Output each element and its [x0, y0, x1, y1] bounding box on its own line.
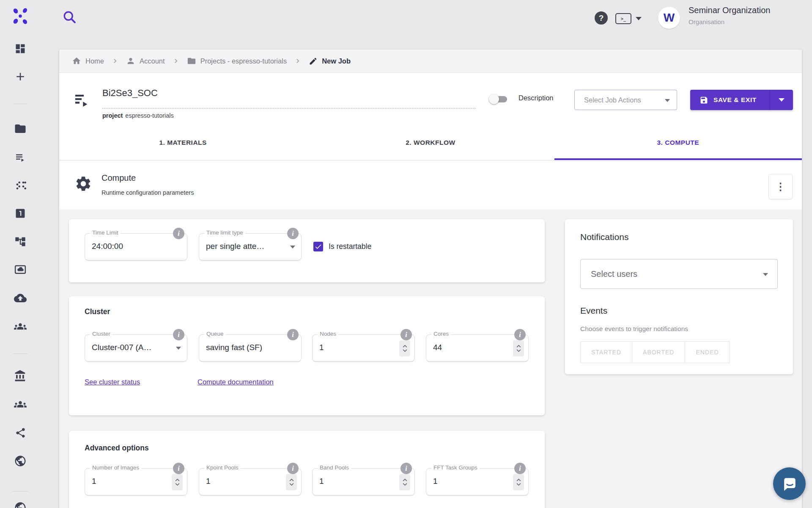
home-icon: [72, 56, 81, 66]
tab-workflow[interactable]: 2. WORKFLOW: [307, 125, 554, 160]
search-icon[interactable]: [62, 9, 79, 26]
description-toggle[interactable]: [489, 94, 508, 105]
globe-icon[interactable]: [13, 453, 28, 469]
cluster-status-link[interactable]: See cluster status: [85, 378, 140, 386]
is-restartable-label: Is restartable: [329, 242, 371, 251]
chevron-up-icon: [403, 478, 407, 481]
person-icon: [126, 56, 135, 66]
title-divider: [102, 108, 475, 109]
cloud-upload-icon[interactable]: [13, 290, 28, 306]
gear-icon: [74, 175, 92, 194]
playlist-play-icon[interactable]: [13, 150, 28, 165]
folder-icon: [187, 56, 196, 66]
stepper-buttons[interactable]: [513, 340, 524, 356]
add-icon[interactable]: [13, 69, 28, 84]
time-limit-type-select[interactable]: Time limit type per single atte…: [199, 233, 302, 260]
active-tab-underline: [554, 158, 802, 160]
tab-compute[interactable]: 3. COMPUTE: [554, 125, 802, 160]
cluster-select[interactable]: Cluster Cluster-007 (A…: [85, 334, 187, 362]
chevron-down-icon: [516, 483, 521, 486]
dashboard-icon[interactable]: [13, 41, 28, 56]
groups-icon[interactable]: [13, 319, 28, 334]
field-value: per single atte…: [206, 242, 264, 251]
info-icon[interactable]: [173, 228, 184, 239]
sidebar-divider: [13, 104, 28, 104]
save-dropdown-caret[interactable]: [770, 90, 793, 110]
stepper-buttons[interactable]: [172, 474, 183, 490]
chevron-up-icon: [403, 345, 407, 348]
info-icon[interactable]: [287, 463, 299, 474]
nodes-stepper[interactable]: Nodes 1: [312, 334, 415, 362]
is-restartable-checkbox[interactable]: [313, 242, 323, 251]
groups-icon[interactable]: [13, 397, 28, 412]
globe-icon[interactable]: [13, 500, 28, 508]
info-icon[interactable]: [401, 463, 412, 474]
chevron-up-icon: [175, 478, 180, 481]
chevron-down-icon: [289, 483, 294, 486]
field-value: 44: [433, 343, 442, 352]
info-icon[interactable]: [514, 463, 526, 474]
queue-field[interactable]: Queue saving fast (SF): [199, 334, 302, 362]
event-started-button[interactable]: STARTED: [580, 341, 632, 363]
chevron-down-icon: [763, 273, 768, 276]
tab-materials[interactable]: 1. MATERIALS: [59, 125, 307, 160]
job-title[interactable]: Bi2Se3_SOC: [102, 88, 158, 99]
playlist-play-icon[interactable]: [73, 92, 90, 110]
looks-one-icon[interactable]: [13, 206, 28, 221]
check-icon: [314, 243, 322, 251]
stepper-buttons[interactable]: [286, 474, 297, 490]
stepper-buttons[interactable]: [513, 474, 524, 490]
project-line: projectespresso-tutorials: [102, 112, 174, 119]
org-name[interactable]: Seminar Organization: [689, 6, 770, 15]
info-icon[interactable]: [514, 329, 526, 340]
wallpaper-cloud-icon[interactable]: [13, 262, 28, 277]
avatar-letter: W: [664, 11, 675, 25]
help-icon[interactable]: [595, 11, 608, 25]
breadcrumb-account[interactable]: Account: [126, 56, 165, 66]
number-of-images-stepper[interactable]: Number of Images 1: [85, 468, 187, 495]
field-label: Time Limit: [90, 229, 121, 236]
event-ended-button[interactable]: ENDED: [685, 341, 730, 363]
folder-icon[interactable]: [13, 121, 28, 136]
save-exit-label: SAVE & EXIT: [713, 96, 757, 104]
info-icon[interactable]: [287, 329, 299, 340]
save-exit-button[interactable]: SAVE & EXIT: [690, 90, 793, 110]
fft-task-groups-stepper[interactable]: FFT Task Groups 1: [426, 468, 529, 495]
kebab-menu-button[interactable]: [768, 174, 793, 199]
info-icon[interactable]: [287, 228, 299, 239]
account-tree-icon[interactable]: [13, 234, 28, 249]
cores-stepper[interactable]: Cores 44: [426, 334, 529, 362]
breadcrumb-project[interactable]: Projects - espresso-tutorials: [187, 56, 287, 66]
mat3ra-logo: [11, 7, 30, 25]
avatar[interactable]: W: [658, 7, 680, 29]
share-icon[interactable]: [13, 425, 28, 440]
info-icon[interactable]: [173, 463, 184, 474]
chevron-down-icon: [636, 17, 642, 20]
chat-bubble-button[interactable]: [773, 467, 806, 500]
advanced-options-card: Advanced options Number of Images 1 Kpoi…: [69, 431, 545, 508]
project-value: espresso-tutorials: [125, 112, 173, 119]
bank-icon[interactable]: [13, 368, 28, 384]
terminal-icon: [615, 13, 631, 24]
stepper-buttons[interactable]: [399, 340, 410, 356]
time-limit-field[interactable]: Time Limit 24:00:00: [85, 233, 187, 260]
info-icon[interactable]: [401, 329, 412, 340]
event-aborted-button[interactable]: ABORTED: [632, 341, 685, 363]
select-users-dropdown[interactable]: Select users: [580, 259, 778, 289]
cluster-card: Cluster Cluster Cluster-007 (A… Queue sa…: [69, 296, 545, 415]
sidebar-divider: [13, 491, 28, 491]
section-title: Compute: [102, 173, 136, 183]
grain-dots-icon[interactable]: [13, 178, 28, 193]
compute-docs-link[interactable]: Compute documentation: [198, 378, 274, 386]
stepper-buttons[interactable]: [399, 474, 410, 490]
terminal-menu-button[interactable]: [615, 12, 643, 25]
chevron-right-icon: [111, 57, 119, 65]
band-pools-stepper[interactable]: Band Pools 1: [312, 468, 415, 495]
job-actions-select[interactable]: Select Job Actions: [574, 90, 677, 110]
pencil-icon: [309, 57, 318, 66]
breadcrumb-home[interactable]: Home: [72, 56, 104, 66]
kpoint-pools-stepper[interactable]: Kpoint Pools 1: [199, 468, 302, 495]
breadcrumb-new-job: New Job: [309, 57, 351, 66]
sidebar-divider: [13, 353, 28, 354]
info-icon[interactable]: [173, 329, 184, 340]
